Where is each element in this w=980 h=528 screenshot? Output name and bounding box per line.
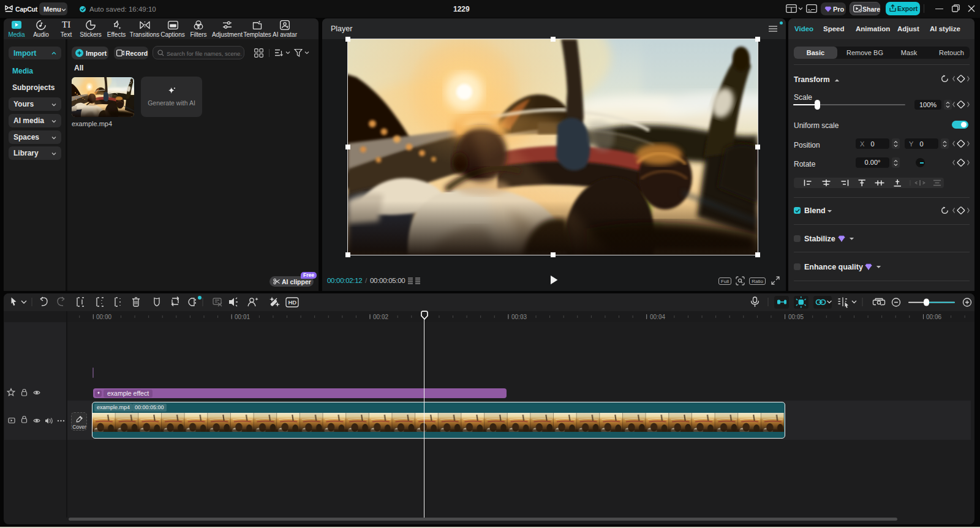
svg-text:00:04: 00:04 xyxy=(650,314,665,320)
svg-text:HD: HD xyxy=(288,299,297,306)
svg-text:00:00: 00:00 xyxy=(96,314,111,320)
svg-text:00:02: 00:02 xyxy=(373,314,388,320)
svg-text:00:01: 00:01 xyxy=(235,314,250,320)
svg-text:00:06: 00:06 xyxy=(926,314,941,320)
svg-text:00:03: 00:03 xyxy=(511,314,527,320)
svg-text:00:05: 00:05 xyxy=(788,314,804,320)
